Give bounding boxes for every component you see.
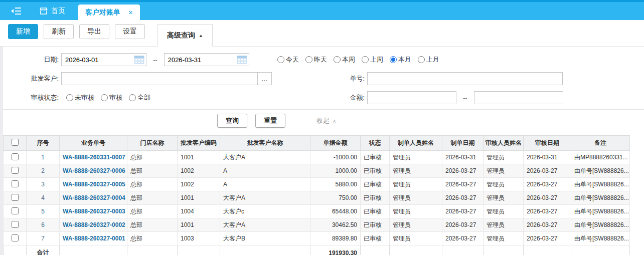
customer-name: 大客户c: [220, 205, 310, 218]
tab-title: 客户对账单: [85, 8, 120, 17]
make-date: 2026-03-27: [442, 164, 484, 178]
audit-status-radio[interactable]: 未审核: [66, 93, 94, 102]
auditor-name: 管理员: [484, 178, 524, 191]
radio-input[interactable]: [390, 56, 397, 63]
audit-status-radio[interactable]: 全部: [129, 93, 150, 102]
wholesale-customer-input[interactable]: [61, 72, 258, 85]
row-checkbox[interactable]: [12, 234, 19, 241]
collapse-panel-link[interactable]: 收起 ∧: [316, 116, 336, 125]
order-number-link[interactable]: WA-8888-260327-0004: [63, 194, 125, 201]
date-quick-radio[interactable]: 本周: [334, 55, 355, 64]
customer-name: A: [220, 164, 310, 178]
table-footer-row: 合计 191930.30: [4, 245, 630, 255]
audit-date: 2026-03-27: [524, 191, 571, 205]
total-label: 合计: [27, 245, 60, 255]
radio-label: 上周: [370, 55, 383, 64]
date-quick-radio[interactable]: 本月: [390, 55, 411, 64]
caret-up-icon: ▲: [199, 33, 203, 38]
auditor-name: 管理员: [484, 164, 524, 178]
row-index: 7: [27, 232, 60, 245]
query-button[interactable]: 查询: [217, 114, 247, 128]
table-row: 1 WA-8888-260331-0007 总部 1001 大客户A -1000…: [4, 151, 630, 164]
table-row: 5 WA-8888-260327-0003 总部 1004 大客户c 65448…: [4, 205, 630, 218]
date-quick-radio[interactable]: 上月: [418, 55, 439, 64]
remark-text: 由单号[SW888826...: [571, 205, 630, 218]
auditor-name: 管理员: [484, 191, 524, 205]
advanced-query-label: 高级查询: [167, 31, 195, 40]
radio-input[interactable]: [418, 56, 425, 63]
radio-input[interactable]: [66, 94, 73, 101]
row-checkbox[interactable]: [12, 180, 19, 187]
store-name: 总部: [127, 218, 178, 232]
order-number-link[interactable]: WA-8888-260327-0001: [63, 235, 125, 242]
customer-code: 1001: [178, 151, 220, 164]
sidebar-collapse-icon[interactable]: [11, 7, 21, 15]
order-number-link[interactable]: WA-8888-260327-0003: [63, 208, 125, 215]
status-text: 已审核: [361, 232, 390, 245]
calendar-icon[interactable]: [134, 55, 144, 66]
row-index: 4: [27, 191, 60, 205]
date-quick-radio[interactable]: 昨天: [305, 55, 327, 64]
row-checkbox[interactable]: [12, 153, 19, 160]
order-number-link[interactable]: WA-8888-260327-0002: [63, 221, 125, 228]
audit-status-radio[interactable]: 审核: [101, 93, 122, 102]
make-date: 2026-03-27: [442, 178, 484, 191]
row-checkbox[interactable]: [12, 194, 19, 201]
reset-button[interactable]: 重置: [255, 114, 285, 128]
tab-customer-statement[interactable]: 客户对账单 ×: [78, 5, 140, 20]
select-all-checkbox[interactable]: [12, 139, 19, 146]
document-amount: 89389.80: [310, 232, 361, 245]
col-amount: 单据金额: [310, 136, 361, 151]
settings-button[interactable]: 设置: [115, 24, 145, 39]
amount-to-input[interactable]: [474, 91, 563, 104]
document-amount: -1000.00: [310, 151, 361, 164]
customer-name: 大客户A: [220, 191, 310, 205]
row-index: 1: [27, 151, 60, 164]
customer-name: 大客户A: [220, 151, 310, 164]
col-auditor: 审核人员姓名: [484, 136, 524, 151]
row-index: 5: [27, 205, 60, 218]
row-checkbox[interactable]: [12, 221, 19, 228]
filter-actions-row: 查询 重置 收起 ∧: [0, 110, 644, 132]
col-remark: 备注: [571, 136, 630, 151]
customer-code: 1002: [178, 178, 220, 191]
radio-input[interactable]: [277, 56, 284, 63]
audit-date: 2026-03-27: [524, 232, 571, 245]
row-checkbox[interactable]: [12, 167, 19, 174]
document-amount: 30462.50: [310, 218, 361, 232]
add-button[interactable]: 新增: [8, 24, 38, 39]
radio-input[interactable]: [129, 94, 136, 101]
radio-input[interactable]: [101, 94, 108, 101]
tab-close-icon[interactable]: ×: [128, 9, 133, 16]
remark-text: 由单号[SW888826...: [571, 218, 630, 232]
row-checkbox[interactable]: [12, 207, 19, 214]
maker-name: 管理员: [390, 232, 442, 245]
make-date: 2026-03-31: [442, 151, 484, 164]
amount-from-input[interactable]: [367, 91, 456, 104]
home-tab[interactable]: 首页: [39, 7, 65, 16]
customer-picker-button[interactable]: …: [258, 72, 272, 85]
audit-status-radios: 未审核 审核 全部: [66, 93, 157, 102]
date-from-wrap: [61, 53, 146, 66]
calendar-icon[interactable]: [237, 55, 247, 66]
refresh-button[interactable]: 刷新: [44, 24, 74, 39]
order-number-link[interactable]: WA-8888-260327-0005: [63, 181, 125, 188]
radio-input[interactable]: [362, 56, 369, 63]
radio-input[interactable]: [305, 56, 312, 63]
status-text: 已审核: [361, 218, 390, 232]
store-name: 总部: [127, 232, 178, 245]
maker-name: 管理员: [390, 191, 442, 205]
date-quick-radio[interactable]: 今天: [277, 55, 299, 64]
row-index: 2: [27, 164, 60, 178]
order-number-link[interactable]: WA-8888-260327-0006: [63, 167, 125, 174]
radio-label: 今天: [286, 55, 299, 64]
radio-label: 全部: [137, 93, 150, 102]
audit-date: 2026-03-31: [524, 151, 571, 164]
export-button[interactable]: 导出: [79, 24, 109, 39]
audit-date: 2026-03-27: [524, 164, 571, 178]
order-number-link[interactable]: WA-8888-260331-0007: [63, 154, 125, 161]
radio-input[interactable]: [334, 56, 341, 63]
date-quick-radio[interactable]: 上周: [362, 55, 383, 64]
order-no-input[interactable]: [367, 72, 563, 85]
advanced-query-button[interactable]: 高级查询 ▲: [157, 24, 213, 47]
